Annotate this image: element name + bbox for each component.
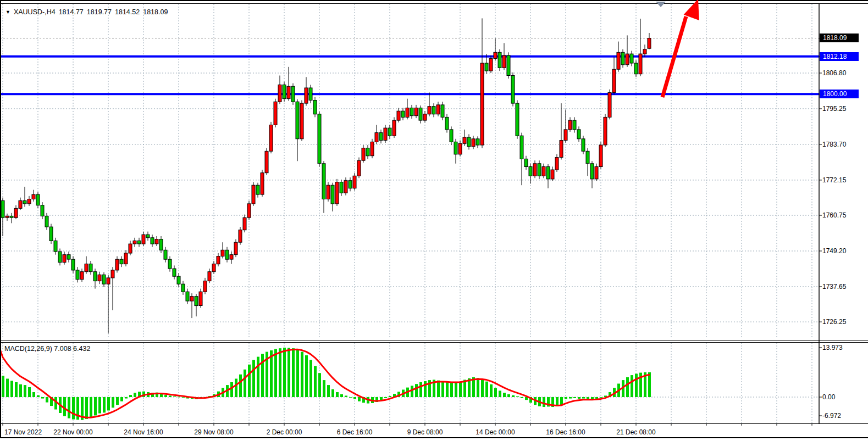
- candle-body-bull: [327, 185, 330, 199]
- candle-body-bear: [137, 241, 141, 244]
- candle-body-bear: [467, 137, 471, 147]
- symbol-dropdown-icon[interactable]: ▼: [5, 9, 10, 15]
- chart-canvas[interactable]: [0, 0, 868, 441]
- candle: [195, 294, 198, 316]
- candle: [436, 102, 440, 116]
- candle: [243, 215, 246, 233]
- macd-histogram-bar: [230, 382, 233, 397]
- candle: [445, 114, 449, 133]
- macd-histogram-bar: [481, 379, 484, 397]
- price-axis-label: 1795.25: [822, 104, 846, 113]
- candle-body-bull: [111, 270, 114, 278]
- macd-histogram-bar: [129, 395, 132, 397]
- candle-body-bear: [225, 250, 229, 259]
- candle-body-bull: [406, 108, 409, 118]
- candle-body-bear: [195, 297, 198, 306]
- candle: [67, 252, 70, 263]
- candle: [555, 154, 559, 172]
- window-top-border: [0, 0, 868, 1]
- candle: [124, 250, 128, 266]
- candle: [173, 265, 176, 279]
- window-left-border: [0, 0, 1, 438]
- macd-histogram-bar: [46, 397, 48, 403]
- candle: [410, 105, 413, 119]
- candle-body-bull: [617, 52, 620, 69]
- macd-histogram-bar: [503, 393, 506, 397]
- time-axis-label: 24 Nov 16:00: [124, 428, 163, 437]
- candle-body-bull: [480, 63, 484, 145]
- candle-body-bear: [419, 108, 422, 121]
- candle: [516, 101, 519, 139]
- candle: [392, 117, 396, 138]
- candle-body-bear: [296, 102, 299, 139]
- macd-histogram-bar: [85, 397, 88, 419]
- time-axis-label: 9 Dec 08:00: [407, 428, 443, 437]
- candle-body-bear: [507, 55, 510, 76]
- candle-body-bear: [366, 148, 369, 156]
- candle-body-bear: [102, 275, 106, 284]
- candle-body-bull: [14, 208, 18, 217]
- pane-separator-top[interactable]: [0, 340, 868, 340]
- macd-histogram-bar: [41, 397, 44, 399]
- candle: [335, 179, 339, 206]
- candle-body-bear: [181, 284, 185, 292]
- macd-histogram-bar: [485, 382, 488, 397]
- candle-body-bear: [538, 164, 541, 176]
- macd-histogram-bar: [463, 379, 466, 397]
- macd-histogram-bar: [248, 365, 251, 397]
- chart-top-border: [0, 3, 868, 4]
- macd-histogram-bar: [94, 397, 97, 415]
- candle: [76, 267, 79, 282]
- candle-body-bear: [67, 255, 70, 259]
- candle: [520, 133, 523, 186]
- macd-histogram-bar: [15, 382, 18, 397]
- candle: [41, 202, 44, 219]
- price-axis-label: 1772.15: [822, 176, 846, 185]
- candle-body-bear: [349, 181, 352, 188]
- candle: [480, 18, 484, 148]
- macd-histogram-bar: [336, 392, 339, 397]
- macd-histogram-bar: [477, 378, 479, 397]
- macd-histogram-bar: [309, 360, 312, 397]
- candle-body-bear: [146, 235, 150, 238]
- current-price-label: 1818.09: [820, 34, 859, 42]
- candle-body-bear: [388, 128, 391, 136]
- candle: [524, 156, 528, 170]
- candle: [612, 57, 616, 95]
- candle: [265, 148, 268, 175]
- candle-body-bull: [375, 133, 378, 142]
- chart-title: ▼ XAUUSD-,H4 1814.77 1819.77 1814.52 181…: [5, 8, 168, 16]
- price-axis-label: 1806.80: [822, 69, 846, 77]
- candle: [595, 164, 598, 181]
- candle-body-bull: [494, 52, 497, 58]
- candle-body-bull: [344, 181, 347, 193]
- candle-body-bull: [208, 272, 211, 281]
- candle-body-bull: [155, 239, 158, 244]
- candle: [450, 126, 453, 145]
- candle: [256, 183, 259, 198]
- macd-histogram-bar: [6, 379, 9, 397]
- candle-body-bull: [115, 259, 119, 270]
- candle-body-bull: [261, 173, 264, 194]
- pane-separator-bottom[interactable]: [0, 342, 868, 343]
- chart-shift-marker-icon[interactable]: [656, 2, 666, 7]
- time-axis-label: 29 Nov 08:00: [194, 428, 233, 437]
- candle-body-bull: [265, 151, 268, 172]
- macd-histogram-bar: [182, 397, 185, 398]
- candle-body-bear: [41, 205, 44, 216]
- macd-histogram-bar: [292, 348, 295, 397]
- candle-body-bull: [274, 102, 277, 125]
- candle-body-bull: [414, 108, 418, 116]
- candle-body-bear: [590, 164, 594, 179]
- candle-body-bear: [322, 164, 325, 199]
- candle: [599, 142, 602, 169]
- horizontal-line-1812.18[interactable]: [0, 55, 819, 58]
- macd-histogram-bar: [107, 397, 110, 410]
- candle: [494, 38, 497, 61]
- macd-axis-label: 0.00: [822, 393, 835, 401]
- candle: [89, 261, 92, 275]
- horizontal-line-1800[interactable]: [0, 93, 819, 95]
- macd-histogram-bar: [178, 397, 180, 397]
- candle: [414, 105, 418, 118]
- macd-histogram-bar: [560, 397, 563, 405]
